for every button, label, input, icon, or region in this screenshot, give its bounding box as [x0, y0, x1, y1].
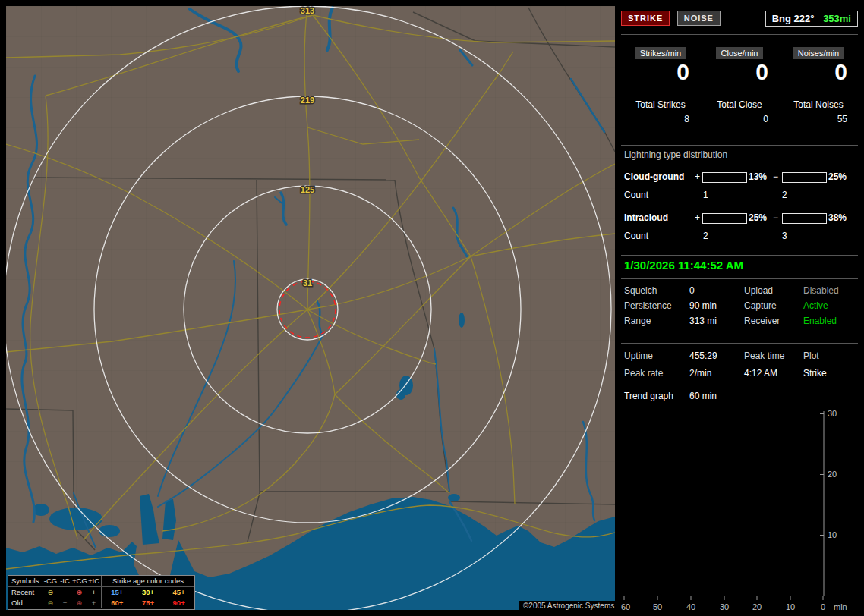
separator — [621, 145, 858, 146]
totals-labels-row: Total Strikes Total Close Total Noises — [621, 99, 858, 110]
separator — [621, 255, 858, 256]
svg-text:20: 20 — [752, 602, 762, 611]
cloud-ground-row: Cloud-ground + 13% − 25% — [621, 171, 858, 183]
cloud-ground-label: Cloud-ground — [624, 171, 684, 182]
uptime-label: Uptime — [624, 350, 653, 361]
legend-header-row: Symbols -CG -IC +CG +IC Strike age color… — [8, 576, 194, 587]
status-row-1: Uptime 455:29 Peak time Plot — [621, 350, 858, 363]
strikes-per-min-label: Strikes/min — [635, 47, 686, 59]
svg-text:125: 125 — [301, 185, 314, 194]
svg-text:40: 40 — [686, 602, 695, 611]
trend-graph-y-labels: 30 20 10 — [828, 409, 837, 539]
trend-graph-row: Trend graph 60 min — [621, 391, 858, 403]
legend-recent-label: Recent — [8, 587, 43, 598]
rate-values-row: 0 0 0 — [621, 61, 858, 83]
peak-rate-value: 2/min — [689, 368, 711, 379]
age-30: 30+ — [142, 587, 154, 598]
total-strikes-label: Total Strikes — [621, 99, 700, 110]
svg-text:30: 30 — [720, 602, 729, 611]
persistence-label: Persistence — [624, 300, 672, 311]
peak-time-value: 4:12 AM — [744, 368, 777, 379]
cg-positive-count: 1 — [703, 190, 708, 200]
trend-graph-x-labels: 60 50 40 30 20 10 0 — [621, 602, 825, 611]
age-90: 90+ — [173, 598, 185, 608]
status-panel: STRIKE NOISE Bng 222° 353mi Strikes/min … — [621, 0, 858, 616]
pos-cg-recent-icon: ⊕ — [72, 587, 87, 598]
bearing-distance: 353mi — [823, 13, 851, 24]
distribution-title: Lightning type distribution — [624, 149, 727, 160]
svg-text:20: 20 — [828, 470, 837, 479]
receiver-label: Receiver — [744, 316, 780, 326]
neg-cg-old-icon: ⊖ — [43, 598, 58, 608]
ic-negative-bar — [782, 213, 827, 224]
range-label: Range — [624, 316, 651, 326]
totals-values-row: 8 0 55 — [621, 114, 858, 124]
peak-time-label: Peak time — [744, 350, 784, 361]
cg-negative-count: 2 — [782, 190, 787, 200]
total-close-value: 0 — [700, 114, 779, 124]
close-per-min-label: Close/min — [716, 47, 764, 59]
minus-sign: − — [773, 171, 778, 182]
uptime-value: 455:29 — [689, 350, 717, 361]
trend-graph-label: Trend graph — [624, 391, 673, 401]
legend-age-header: Strike age color codes — [101, 576, 194, 586]
ic-positive-pct: 25% — [749, 212, 767, 223]
pos-ic-recent-icon: + — [87, 587, 101, 598]
svg-text:313: 313 — [301, 6, 314, 15]
total-noises-label: Total Noises — [779, 99, 858, 110]
settings-row-range: Range 313 mi Receiver Enabled — [621, 316, 858, 328]
legend-symbols-header: Symbols — [8, 576, 43, 586]
ic-negative-count: 3 — [782, 231, 787, 241]
svg-text:30: 30 — [828, 409, 837, 418]
legend-recent-row: Recent ⊖ − ⊕ + 15+ 30+ 45+ — [8, 587, 194, 598]
map-legend: Symbols -CG -IC +CG +IC Strike age color… — [8, 575, 195, 610]
bearing-readout: Bng 222° 353mi — [765, 11, 858, 27]
status-row-2: Peak rate 2/min 4:12 AM Strike — [621, 368, 858, 380]
app-window: 313 219 125 31 Symbols -CG -IC +CG +IC S… — [0, 0, 864, 616]
intracloud-label: Intracloud — [624, 212, 668, 223]
age-75: 75+ — [142, 598, 154, 608]
receiver-status: Enabled — [803, 316, 837, 326]
persistence-value: 90 min — [689, 300, 717, 311]
minus-sign: − — [773, 212, 778, 223]
separator — [621, 34, 858, 35]
plot-value: Strike — [803, 368, 827, 379]
svg-text:219: 219 — [301, 96, 314, 105]
capture-status: Active — [803, 300, 828, 311]
intracloud-row: Intracloud + 25% − 38% — [621, 212, 858, 224]
total-close-label: Total Close — [700, 99, 779, 110]
cg-negative-pct: 25% — [828, 171, 847, 182]
count-label: Count — [624, 190, 648, 200]
map-image: 313 219 125 31 — [6, 6, 615, 610]
noises-per-min-label: Noises/min — [793, 47, 844, 59]
ic-positive-bar — [702, 213, 747, 224]
neg-ic-recent-icon: − — [58, 587, 72, 598]
cg-positive-bar — [702, 172, 747, 183]
svg-text:10: 10 — [786, 602, 795, 611]
legend-old-row: Old ⊖ − ⊕ + 60+ 75+ 90+ — [8, 598, 194, 608]
alarm-lamps-row: STRIKE NOISE Bng 222° 353mi — [621, 11, 858, 29]
cg-positive-pct: 13% — [749, 171, 767, 182]
noise-lamp-button[interactable]: NOISE — [677, 11, 721, 26]
separator — [621, 278, 858, 279]
settings-row-squelch: Squelch 0 Upload Disabled — [621, 285, 858, 297]
pos-ic-old-icon: + — [87, 598, 101, 608]
total-strikes-value: 8 — [621, 114, 700, 124]
separator — [621, 165, 858, 165]
strike-lamp-button[interactable]: STRIKE — [621, 11, 670, 26]
datetime-readout: 1/30/2026 11:44:52 AM — [624, 259, 743, 272]
separator — [621, 343, 858, 344]
age-45: 45+ — [173, 587, 185, 598]
svg-text:60: 60 — [621, 602, 630, 611]
neg-ic-old-icon: − — [58, 598, 72, 608]
count-label: Count — [624, 231, 648, 241]
svg-text:10: 10 — [828, 530, 837, 539]
total-noises-value: 55 — [779, 114, 858, 124]
bearing-label: Bng 222° — [772, 13, 815, 24]
plus-sign: + — [695, 212, 700, 223]
ic-positive-count: 2 — [703, 231, 708, 241]
copyright-text: ©2005 Astrogenic Systems — [519, 601, 618, 611]
lightning-map[interactable]: 313 219 125 31 Symbols -CG -IC +CG +IC S… — [6, 6, 615, 610]
age-15: 15+ — [111, 587, 123, 598]
capture-label: Capture — [744, 300, 777, 311]
